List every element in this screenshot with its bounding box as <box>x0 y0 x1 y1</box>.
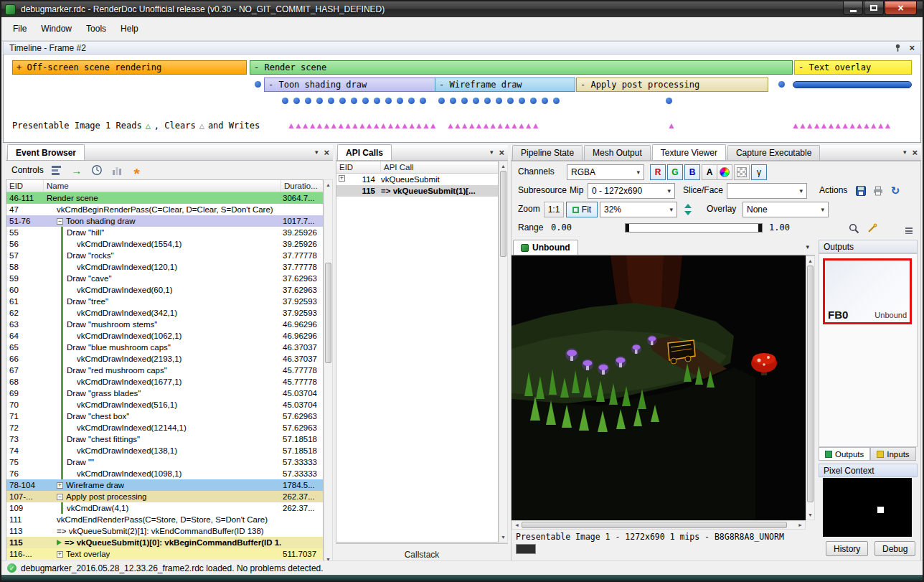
color-wheel-icon[interactable] <box>717 164 732 180</box>
event-row[interactable]: 78-104Wireframe draw1784.5... <box>6 479 323 491</box>
pixel-context-view[interactable] <box>823 478 912 537</box>
time-draws-clock-icon[interactable] <box>90 163 104 177</box>
event-browser-scrollbar[interactable]: ▲ ▼ <box>324 179 333 565</box>
tab-texture-viewer[interactable]: Texture Viewer <box>652 144 726 160</box>
bookmark-star-icon[interactable]: * <box>130 163 144 177</box>
channel-g-button[interactable]: G <box>667 164 683 180</box>
draw-marker-dot[interactable] <box>255 81 261 88</box>
draw-marker-dot[interactable] <box>473 98 479 104</box>
event-row[interactable]: 116-...Text overlay511.7037 <box>6 548 323 560</box>
draw-marker-dot[interactable] <box>316 98 323 104</box>
draw-marker-dot[interactable] <box>666 98 672 104</box>
draw-marker-dot[interactable] <box>778 81 785 88</box>
menu-tools[interactable]: Tools <box>79 20 113 37</box>
flip-y-icon[interactable] <box>681 202 695 217</box>
tab-outputs[interactable]: Outputs <box>819 447 870 461</box>
scroll-up-icon[interactable]: ▲ <box>806 256 814 266</box>
event-row[interactable]: 115=> vkQueueSubmit(1)[0]: vkBeginComman… <box>6 537 323 548</box>
collapse-icon[interactable] <box>57 494 63 500</box>
scrollbar-thumb[interactable] <box>500 171 506 257</box>
draw-marker-dot[interactable] <box>461 98 468 104</box>
close-icon[interactable]: × <box>324 148 329 157</box>
zoom-fit-button[interactable]: Fit <box>566 202 598 217</box>
event-row[interactable]: 69Draw "grass blades"45.03704 <box>6 388 323 399</box>
event-row[interactable]: 62vkCmdDrawIndexed(342,1)37.92593 <box>6 307 323 319</box>
event-row[interactable]: 61Draw "tree"37.92593 <box>6 296 323 307</box>
texture-vertical-scrollbar[interactable]: ▲ ▼ <box>806 255 815 520</box>
event-row[interactable]: 67Draw "red mushroom caps"45.77778 <box>6 365 323 376</box>
scrollbar-thumb[interactable] <box>325 263 331 363</box>
event-row[interactable]: 71Draw "chest box"57.62963 <box>6 410 323 422</box>
tab-pipeline-state[interactable]: Pipeline State <box>512 145 583 160</box>
draw-marker-dot[interactable] <box>450 98 456 104</box>
tab-event-browser[interactable]: Event Browser <box>7 144 85 160</box>
timeline-bar-render-scene[interactable]: - Render scene <box>250 60 793 75</box>
event-row[interactable]: 109vkCmdDraw(4,1)262.37... <box>6 502 323 514</box>
menu-window[interactable]: Window <box>34 20 79 37</box>
timeline-bar-wireframe[interactable]: - Wireframe draw <box>435 78 575 92</box>
texture-horizontal-scrollbar[interactable]: ◄ ► <box>512 520 806 530</box>
draw-marker-dot[interactable] <box>351 98 357 104</box>
draw-marker-dot[interactable] <box>519 98 525 104</box>
collapse-icon[interactable] <box>57 218 63 225</box>
timeline-bar-post-processing[interactable]: - Apply post processing <box>576 78 768 92</box>
tab-api-calls[interactable]: API Calls <box>337 144 392 160</box>
channels-combo[interactable]: RGBA▾ <box>567 164 644 180</box>
zoom-combo[interactable]: 32%▾ <box>600 202 677 217</box>
close-icon[interactable]: × <box>499 148 504 157</box>
draw-marker-dot[interactable] <box>420 98 426 104</box>
api-call-row[interactable]: 114vkQueueSubmit <box>336 174 498 185</box>
fb0-thumbnail[interactable]: FB0 Unbound <box>823 258 912 324</box>
scroll-down-icon[interactable]: ▼ <box>806 510 814 520</box>
debug-button[interactable]: Debug <box>874 541 915 556</box>
draw-marker-dot[interactable] <box>553 98 560 104</box>
event-table[interactable]: EID Name Duratio... 46-111Render scene30… <box>6 179 324 565</box>
event-row[interactable]: 74vkCmdDrawIndexed(138,1)57.18518 <box>6 445 323 456</box>
scrollbar-thumb[interactable] <box>522 522 787 528</box>
title-bar[interactable]: debugmarker.rdc - RenderDoc Unofficial r… <box>1 1 923 17</box>
timeline-bar-toon-shading[interactable]: - Toon shading draw <box>264 78 436 92</box>
minimize-button[interactable] <box>843 1 863 15</box>
draw-marker-dot[interactable] <box>362 98 369 104</box>
menu-file[interactable]: File <box>6 20 34 37</box>
save-icon[interactable] <box>854 184 868 198</box>
api-calls-scrollbar[interactable]: ▲ ▼ <box>499 161 508 543</box>
api-call-row[interactable]: 115=> vkQueueSubmit(1)[... <box>336 185 498 197</box>
history-button[interactable]: History <box>826 541 868 556</box>
draw-marker-dot[interactable] <box>438 98 445 104</box>
event-row[interactable]: 66vkCmdDrawIndexed(2193,1)46.37037 <box>6 353 323 365</box>
draw-marker-dot[interactable] <box>542 98 548 104</box>
column-eid[interactable]: EID <box>6 180 44 192</box>
draw-marker-dot[interactable] <box>282 98 288 104</box>
zoom-range-magnifier-icon[interactable] <box>847 221 861 235</box>
export-icon[interactable] <box>871 184 885 198</box>
event-row[interactable]: 72vkCmdDrawIndexed(12144,1)57.62963 <box>6 422 323 433</box>
timeline-body[interactable]: + Off-screen scene rendering - Render sc… <box>3 55 921 143</box>
expand-icon[interactable] <box>339 175 345 182</box>
draw-marker-dot[interactable] <box>339 98 346 104</box>
column-eid[interactable]: EID <box>336 161 381 173</box>
event-row[interactable]: 58vkCmdDrawIndexed(120,1)37.77778 <box>6 261 323 273</box>
stats-chart-icon[interactable] <box>110 163 124 177</box>
event-row[interactable]: 46-111Render scene3064.7... <box>6 192 323 204</box>
slice-face-combo[interactable]: ▾ <box>727 183 807 199</box>
alpha-checker-icon[interactable] <box>734 164 750 180</box>
pixel-context-header[interactable]: Pixel Context <box>819 464 918 477</box>
draw-marker-dot[interactable] <box>530 98 537 104</box>
gamma-button[interactable]: γ <box>751 164 767 180</box>
event-row[interactable]: 73Draw "chest fittings"57.18518 <box>6 433 323 445</box>
scroll-down-icon[interactable]: ▼ <box>499 532 507 542</box>
draw-marker-dot[interactable] <box>293 98 300 104</box>
api-calls-table[interactable]: EID API Call 114vkQueueSubmit115=> vkQue… <box>336 161 499 543</box>
texture-preview-image[interactable] <box>512 255 806 520</box>
overlay-combo[interactable]: None▾ <box>742 202 829 217</box>
event-row[interactable]: 65Draw "blue mushroom caps"46.37037 <box>6 342 323 353</box>
column-duration[interactable]: Duratio... <box>281 180 323 192</box>
autofit-wand-icon[interactable] <box>864 221 879 235</box>
event-row[interactable]: 57Draw "rocks"37.77778 <box>6 250 323 261</box>
range-black-handle[interactable] <box>626 224 629 232</box>
column-api-call[interactable]: API Call <box>381 161 498 173</box>
zoom-1-1-button[interactable]: 1:1 <box>544 202 564 217</box>
menu-help[interactable]: Help <box>113 20 146 37</box>
tab-unbound[interactable]: Unbound <box>513 240 578 255</box>
